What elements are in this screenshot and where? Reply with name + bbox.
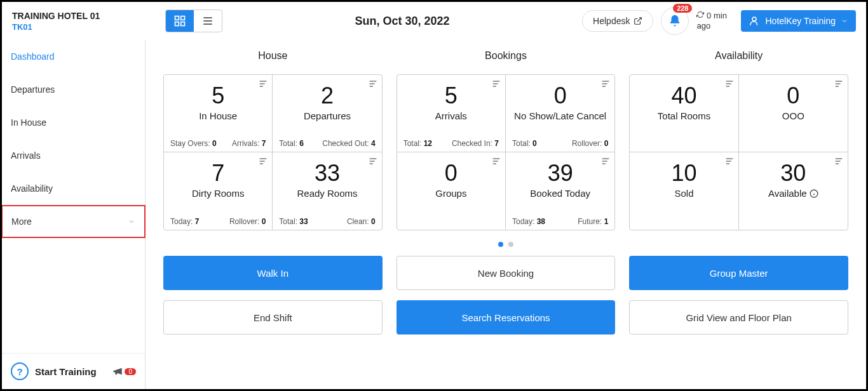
header: TRAINING HOTEL 01 TK01 Sun, Oct 30, 2022… <box>2 2 866 40</box>
notification-badge: 228 <box>673 4 692 13</box>
card-no-show[interactable]: 0 No Show/Late Cancel Total: 0Rollover: … <box>506 75 614 152</box>
sort-icon[interactable] <box>724 79 735 89</box>
card-ooo[interactable]: 0 OOO <box>739 75 848 152</box>
sort-icon[interactable] <box>258 79 268 89</box>
grid-view-button[interactable] <box>166 10 194 32</box>
sidebar-item-arrivals[interactable]: Arrivals <box>2 139 145 172</box>
sidebar-item-departures[interactable]: Departures <box>2 73 145 106</box>
card-arrivals[interactable]: 5 Arrivals Total: 12Checked In: 7 <box>397 75 506 152</box>
sort-icon[interactable] <box>834 79 844 89</box>
helpdesk-label: Helpdesk <box>593 16 630 26</box>
notifications-button[interactable]: 228 <box>661 7 689 35</box>
svg-rect-0 <box>175 17 179 20</box>
card-dirty-rooms[interactable]: 7 Dirty Rooms Today: 7Rollover: 0 <box>164 152 273 230</box>
sidebar-item-availability[interactable]: Availability <box>2 172 145 205</box>
card-departures[interactable]: 2 Departures Total: 6Checked Out: 4 <box>273 75 381 152</box>
megaphone-icon <box>112 366 123 377</box>
card-in-house[interactable]: 5 In House Stay Overs: 0Arrivals: 7 <box>164 75 273 152</box>
svg-rect-2 <box>175 22 179 26</box>
search-reservations-button[interactable]: Search Reservations <box>397 300 616 335</box>
sort-icon[interactable] <box>491 79 501 89</box>
user-menu-button[interactable]: HotelKey Training <box>741 10 856 32</box>
refresh-icon <box>696 11 704 18</box>
section-title-house: House <box>163 50 383 62</box>
section-heads: House Bookings Availability <box>163 50 848 62</box>
external-link-icon <box>634 17 642 25</box>
group-master-button[interactable]: Group Master <box>629 256 848 290</box>
dot-2[interactable] <box>508 242 513 247</box>
card-group-availability: 40 Total Rooms 0 OOO 10 Sold 30 <box>629 74 848 230</box>
dot-1[interactable] <box>498 242 503 247</box>
card-group-house: 5 In House Stay Overs: 0Arrivals: 7 2 De… <box>163 74 383 230</box>
section-title-availability: Availability <box>629 50 848 62</box>
sync-status: 0 min ago <box>696 11 735 30</box>
end-shift-button[interactable]: End Shift <box>163 300 383 335</box>
hotel-code: TK01 <box>12 22 155 32</box>
card-booked-today[interactable]: 39 Booked Today Today: 38Future: 1 <box>506 152 614 230</box>
sort-icon[interactable] <box>724 156 735 166</box>
view-toggle <box>165 10 222 32</box>
help-icon: ? <box>11 362 29 380</box>
sidebar-item-in-house[interactable]: In House <box>2 106 145 139</box>
svg-rect-1 <box>181 17 185 20</box>
card-sold[interactable]: 10 Sold <box>630 152 738 230</box>
card-groups[interactable]: 0 Groups <box>397 152 506 230</box>
sidebar: Dashboard Departures In House Arrivals A… <box>2 40 146 389</box>
hotel-info: TRAINING HOTEL 01 TK01 <box>12 11 155 32</box>
action-row-1: Walk In New Booking Group Master <box>163 256 848 290</box>
chevron-down-icon <box>128 218 135 225</box>
action-row-2: End Shift Search Reservations Grid View … <box>163 300 848 335</box>
sort-icon[interactable] <box>368 156 378 166</box>
main: House Bookings Availability 5 In House S… <box>146 40 866 389</box>
training-badge: 0 <box>112 366 136 377</box>
card-ready-rooms[interactable]: 33 Ready Rooms Total: 33Clean: 0 <box>273 152 381 230</box>
user-icon <box>749 15 760 27</box>
walk-in-button[interactable]: Walk In <box>163 256 383 290</box>
sort-icon[interactable] <box>600 79 611 89</box>
cards-row: 5 In House Stay Overs: 0Arrivals: 7 2 De… <box>163 74 848 230</box>
sort-icon[interactable] <box>600 156 611 166</box>
list-view-button[interactable] <box>194 10 222 32</box>
sidebar-item-more[interactable]: More <box>1 205 146 238</box>
chevron-down-icon <box>841 17 848 25</box>
info-icon[interactable] <box>810 189 818 198</box>
user-name: HotelKey Training <box>765 16 836 26</box>
card-group-bookings: 5 Arrivals Total: 12Checked In: 7 0 No S… <box>397 74 616 230</box>
carousel-dots <box>163 242 848 247</box>
svg-line-7 <box>637 18 641 22</box>
new-booking-button[interactable]: New Booking <box>397 256 616 290</box>
start-training-button[interactable]: ? Start Training 0 <box>2 353 145 389</box>
sort-icon[interactable] <box>491 156 501 166</box>
svg-rect-3 <box>181 22 185 26</box>
card-total-rooms[interactable]: 40 Total Rooms <box>630 75 738 152</box>
grid-floor-plan-button[interactable]: Grid View and Floor Plan <box>629 300 848 335</box>
card-available[interactable]: 30 Available <box>739 152 848 230</box>
sidebar-item-dashboard[interactable]: Dashboard <box>2 40 145 73</box>
sort-icon[interactable] <box>368 79 378 89</box>
sort-icon[interactable] <box>258 156 268 166</box>
helpdesk-button[interactable]: Helpdesk <box>582 10 653 32</box>
section-title-bookings: Bookings <box>397 50 616 62</box>
hotel-name: TRAINING HOTEL 01 <box>12 11 155 21</box>
sort-icon[interactable] <box>834 156 844 166</box>
bell-icon <box>668 14 682 28</box>
current-date: Sun, Oct 30, 2022 <box>222 15 582 28</box>
svg-point-8 <box>752 17 756 21</box>
content: Dashboard Departures In House Arrivals A… <box>2 40 866 389</box>
